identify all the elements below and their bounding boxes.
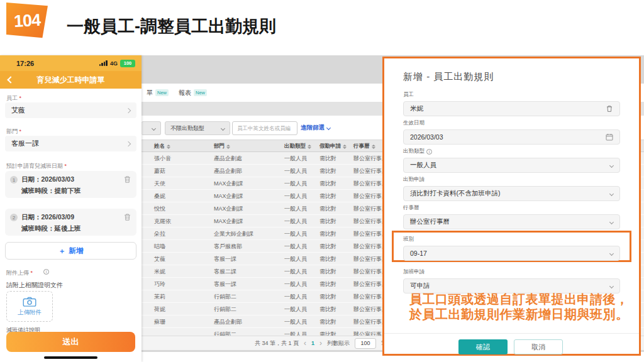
sort-icon bbox=[226, 145, 230, 149]
annotation-line-1: 員工口頭或透過自訂表單提出申請後， bbox=[409, 291, 629, 308]
reduction-dates-label: 預計申請育兒減班日期 bbox=[6, 162, 67, 170]
sort-icon bbox=[167, 145, 170, 149]
chevron-down-icon bbox=[609, 191, 614, 195]
attachment-label: 附件上傳 bbox=[6, 269, 33, 277]
employee-field-label: 員工 bbox=[403, 91, 414, 99]
reduction-date-item-1: 1 日期：2026/03/03 減班時段：提前下班 bbox=[5, 171, 136, 198]
new-rule-dialog: 新增 - 員工出勤規則 員工 米妮 生效日期 2026/03/03 出勤類型 一… bbox=[382, 57, 641, 356]
attendance-type-dropdown[interactable]: 不限出勤類型 bbox=[165, 121, 230, 135]
employee-field[interactable]: 米妮 bbox=[403, 101, 620, 116]
cancel-button[interactable]: 取消 bbox=[514, 339, 563, 354]
network-label: 4G bbox=[110, 60, 118, 67]
calendar-select[interactable]: 辦公室行事曆 bbox=[403, 214, 620, 229]
calendar-field-label: 行事曆 bbox=[403, 204, 419, 212]
effective-date-label: 生效日期 bbox=[403, 119, 425, 127]
attachment-hint: 請附上相關證明文件 bbox=[6, 281, 63, 290]
department-label: 部門 bbox=[6, 128, 21, 136]
clock: 17:26 bbox=[16, 60, 34, 67]
period-line: 減班時段：提前下班 bbox=[21, 187, 131, 195]
page-title: 一般員工-調整員工出勤規則 bbox=[67, 15, 276, 38]
chevron-down-icon bbox=[152, 126, 156, 130]
pagination-summary: 共 34 筆，共 1 頁 bbox=[255, 339, 299, 348]
mobile-navbar: 育兒減少工時申請單 bbox=[0, 71, 142, 89]
reduction-date-item-2: 2 日期：2026/03/09 減班時段：延後上班 bbox=[5, 209, 136, 236]
column-header-name[interactable]: 姓名 bbox=[154, 140, 170, 153]
chevron-down-icon bbox=[609, 219, 614, 224]
department-picker[interactable]: 客服一課 bbox=[5, 136, 136, 151]
item-index-badge: 1 bbox=[10, 176, 18, 184]
advanced-filter-link[interactable]: 進階篩選 bbox=[301, 124, 330, 132]
chevron-down-icon bbox=[609, 283, 614, 288]
sort-icon bbox=[372, 145, 375, 149]
next-page-button[interactable]: › bbox=[319, 339, 322, 348]
battery-icon: 100 bbox=[120, 60, 135, 67]
back-chevron-icon[interactable] bbox=[7, 76, 14, 83]
employee-label: 員工 bbox=[6, 94, 21, 102]
prev-page-button[interactable]: ‹ bbox=[304, 339, 306, 348]
date-line: 日期：2026/03/03 bbox=[21, 175, 131, 184]
chevron-down-icon bbox=[221, 126, 225, 130]
signal-icon bbox=[99, 60, 108, 66]
column-header-department[interactable]: 部門 bbox=[214, 140, 230, 153]
shift-select[interactable]: 09-17 bbox=[403, 246, 620, 261]
trash-icon[interactable] bbox=[606, 105, 613, 112]
rows-per-page-input[interactable] bbox=[355, 338, 376, 349]
column-header-leave-apply[interactable]: 假勤申請 bbox=[319, 140, 347, 153]
brand-logo-104: 104 bbox=[6, 3, 48, 39]
chevron-down-icon bbox=[609, 251, 614, 255]
current-page[interactable]: 1 bbox=[311, 340, 314, 346]
trash-icon[interactable] bbox=[123, 213, 131, 221]
item-index-badge: 2 bbox=[10, 214, 18, 221]
chevron-down-icon bbox=[326, 126, 331, 130]
footer-divider bbox=[384, 333, 639, 334]
column-header-attendance-type[interactable]: 出勤類型 bbox=[284, 140, 311, 153]
status-bar: 17:26 4G 100 bbox=[0, 55, 142, 71]
period-line: 減班時段：延後上班 bbox=[21, 224, 131, 233]
upload-attachment-button[interactable]: 上傳附件 bbox=[6, 291, 53, 322]
employee-search-input[interactable] bbox=[232, 121, 297, 135]
overtime-apply-label: 加班申請 bbox=[403, 268, 425, 276]
attendance-type-select[interactable]: 一般人員 bbox=[403, 158, 620, 173]
sort-icon bbox=[343, 145, 347, 149]
effective-date-field[interactable]: 2026/03/03 bbox=[403, 129, 620, 145]
rows-per-page-label: 列數顯示 bbox=[327, 339, 350, 348]
date-line: 日期：2026/03/09 bbox=[21, 213, 131, 222]
home-indicator bbox=[44, 356, 97, 359]
annotation-line-2: 於員工出勤規則作業新增日期與班別。 bbox=[409, 306, 629, 323]
tab-form[interactable]: 單 New bbox=[147, 89, 169, 97]
calendar-icon[interactable] bbox=[606, 133, 613, 141]
chevron-right-icon bbox=[126, 107, 131, 112]
employee-picker[interactable]: 艾薇 bbox=[5, 102, 136, 118]
info-icon bbox=[43, 269, 49, 275]
plus-icon: ＋ bbox=[58, 246, 66, 256]
tab-report[interactable]: 報表 New bbox=[179, 89, 207, 97]
filter-dropdown-partial[interactable] bbox=[142, 121, 161, 135]
trash-icon[interactable] bbox=[123, 175, 131, 184]
new-badge: New bbox=[194, 89, 207, 96]
attendance-type-label: 出勤類型 bbox=[403, 148, 425, 155]
attendance-apply-label: 出勤申請 bbox=[403, 176, 425, 184]
confirm-button[interactable]: 確認 bbox=[458, 339, 508, 354]
chevron-down-icon bbox=[609, 163, 614, 167]
mobile-form-title: 育兒減少工時申請單 bbox=[37, 75, 105, 85]
sort-icon bbox=[308, 145, 311, 149]
chevron-right-icon bbox=[126, 141, 131, 146]
shift-field-label: 班別 bbox=[403, 236, 414, 243]
submit-button[interactable]: 送出 bbox=[6, 332, 135, 352]
dialog-title: 新增 - 員工出勤規則 bbox=[403, 71, 494, 83]
attendance-apply-select[interactable]: 須比對打卡資料(不含加班申請) bbox=[403, 186, 620, 201]
column-header-calendar[interactable]: 行事曆 bbox=[353, 140, 375, 153]
mobile-app: 17:26 4G 100 育兒減少工時申請單 員工 艾薇 部門 客服一課 預計申… bbox=[0, 55, 142, 362]
add-date-button[interactable]: ＋ 新增 bbox=[5, 242, 136, 260]
info-icon bbox=[426, 149, 432, 155]
camera-icon bbox=[23, 297, 36, 307]
new-badge: New bbox=[155, 89, 169, 96]
